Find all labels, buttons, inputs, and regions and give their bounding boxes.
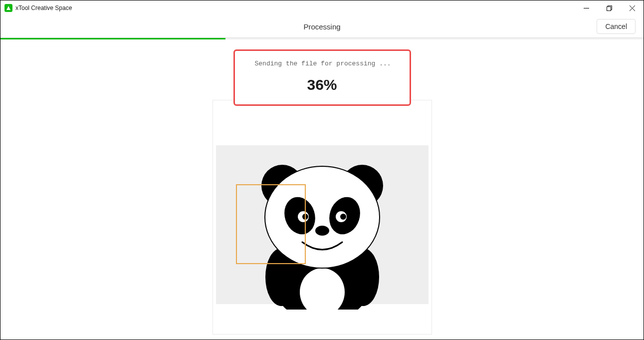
svg-point-16 bbox=[340, 214, 346, 220]
page-header: Processing Cancel bbox=[0, 15, 644, 38]
svg-point-17 bbox=[315, 226, 329, 236]
minimize-icon bbox=[584, 5, 589, 11]
app-title: xTool Creative Space bbox=[15, 4, 72, 11]
status-message: Sending the file for processing ... bbox=[255, 60, 390, 67]
close-button[interactable] bbox=[621, 0, 644, 15]
page-title: Processing bbox=[303, 22, 340, 31]
cancel-button[interactable]: Cancel bbox=[597, 19, 636, 34]
close-icon bbox=[630, 5, 635, 11]
minimize-button[interactable] bbox=[575, 0, 598, 15]
main-content: Sending the file for processing ... 36% bbox=[0, 39, 644, 335]
maximize-button[interactable] bbox=[598, 0, 621, 15]
progress-percent: 36% bbox=[255, 76, 390, 93]
titlebar-left: xTool Creative Space bbox=[4, 4, 72, 12]
svg-rect-1 bbox=[607, 6, 611, 10]
selection-rectangle[interactable] bbox=[236, 184, 306, 264]
preview-image-stage bbox=[216, 145, 429, 304]
maximize-icon bbox=[607, 5, 612, 11]
status-callout: Sending the file for processing ... 36% bbox=[233, 49, 411, 106]
preview-card bbox=[213, 100, 432, 335]
app-icon bbox=[4, 4, 12, 12]
window-titlebar: xTool Creative Space bbox=[0, 0, 644, 15]
window-controls bbox=[575, 0, 644, 15]
